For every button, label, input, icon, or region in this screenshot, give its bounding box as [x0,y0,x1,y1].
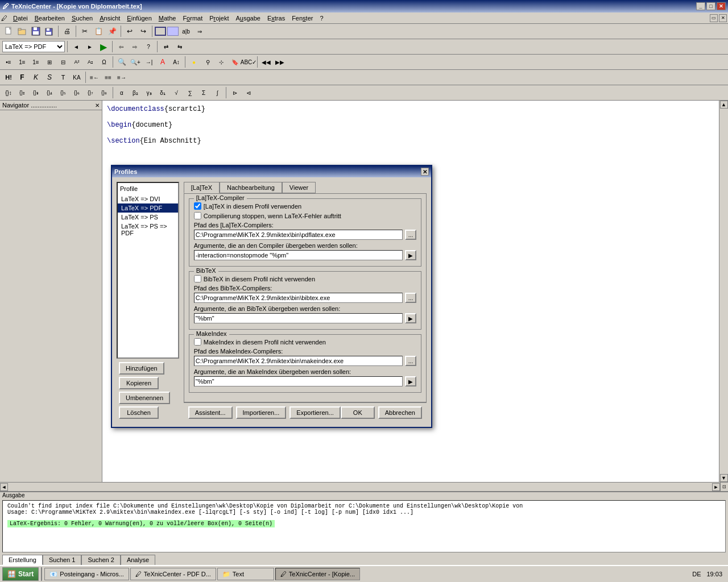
latex-args-arrow[interactable]: ▶ [405,250,416,260]
ref-button[interactable]: ⊹ [215,56,228,68]
maximize-button[interactable]: □ [706,2,715,10]
indent-button[interactable]: ⊳ [229,86,241,99]
latex-args-input[interactable] [194,250,403,260]
spellcheck-button[interactable]: ABC✓ [242,56,255,68]
close-mdi-button[interactable]: ✕ [719,14,727,22]
check-stop[interactable] [194,212,201,219]
editor-scrollbar-v[interactable]: ▲ ▼ [719,101,728,482]
list-bullet-button[interactable]: •≡ [2,56,15,68]
list-num2-button[interactable]: 1≡ [30,56,42,68]
tab-latex[interactable]: [La]TeX [184,182,220,193]
tab-analyse[interactable]: Analyse [121,555,155,565]
paste-button[interactable]: 📌 [106,25,118,38]
export-button[interactable]: Exportieren... [289,406,340,419]
delete-button[interactable]: Löschen [119,406,159,419]
env7-button[interactable]: {}₇ [84,86,97,99]
taskbar-item-texniccenter-kopie[interactable]: 🖊 TeXnicCenter - [Kopie... [275,568,360,580]
navigator-close-button[interactable]: ✕ [95,102,100,109]
greek-button[interactable]: α [115,86,128,99]
tab-erstellung[interactable]: Erstellung [2,555,43,565]
cancel-button[interactable]: Abbrechen [378,406,422,419]
taskbar-item-posteingang[interactable]: 📧 Posteingang - Micros... [44,568,129,580]
cut-button[interactable]: ✂ [78,25,91,38]
menu-help[interactable]: ? [316,14,326,23]
prev-error-button[interactable]: ◄ [70,40,82,53]
replace-button[interactable]: a|b [180,25,192,38]
menu-projekt[interactable]: Projekt [206,14,232,23]
env2-button[interactable]: {}₂ [16,86,28,99]
bibtex-path-input[interactable] [194,293,403,303]
horizontal-scrollbar[interactable]: ◄ ► ⊡ [0,482,728,491]
align-center-button[interactable]: ≡≡ [102,71,114,84]
heading-button[interactable]: H! [2,71,15,84]
profile-item-ps[interactable]: LaTeX => PS [118,213,178,222]
italic-button[interactable]: K [30,71,42,84]
save-all-button[interactable] [43,25,56,38]
redo-button[interactable]: ↪ [137,25,150,38]
slant-button[interactable]: S [43,71,56,84]
add-button[interactable]: Hinzufügen [119,362,164,375]
next-error-button[interactable]: ► [84,40,96,53]
greek8-button[interactable]: ∫ [211,86,224,99]
makeindex-path-browse[interactable]: ... [405,356,416,366]
step-back-button[interactable]: ⇦ [115,40,127,53]
compile-button[interactable]: ▶ [97,40,110,53]
scroll-down-button[interactable]: ▼ [720,474,728,482]
table-button[interactable]: ⊞ [43,56,56,68]
unindent-button[interactable]: ⊲ [242,86,255,99]
bold-button[interactable]: F [16,71,28,84]
menu-format[interactable]: Format [179,14,206,23]
grid-button[interactable]: ⊟ [57,56,69,68]
save-button[interactable] [30,25,42,38]
rename-button[interactable]: Umbenennen [119,392,170,404]
profiles-dialog[interactable]: Profiles ✕ Profile LaTeX => DVI LaTeX =>… [111,165,432,428]
copy-button[interactable]: Kopieren [119,377,159,389]
env-button[interactable]: {}↕ [2,86,15,99]
ok-button[interactable]: OK [341,406,375,419]
caps-button[interactable]: KA [71,71,83,84]
bibtex-args-arrow[interactable]: ▶ [405,313,416,323]
menu-suchen[interactable]: Suchen [68,14,96,23]
scroll-left-button[interactable]: ◄ [0,483,8,491]
close-button[interactable]: ✕ [717,2,726,10]
env3-button[interactable]: {}₃ [30,86,42,99]
start-button[interactable]: 🪟 Start [2,567,39,581]
greek2-button[interactable]: β₂ [129,86,142,99]
makeindex-args-arrow[interactable]: ▶ [405,376,416,386]
prev-nav-btn[interactable]: ◀◀ [260,56,272,68]
frame-button[interactable] [155,27,166,36]
profile-item-dvi[interactable]: LaTeX => DVI [118,194,178,203]
greek5-button[interactable]: √ [170,86,183,99]
dialog-close-button[interactable]: ✕ [421,168,429,176]
profile-item-ps-pdf[interactable]: LaTeX => PS => PDF [118,222,178,238]
menu-datei[interactable]: Datei [10,14,31,23]
sync-btn2[interactable]: ⇆ [173,40,186,53]
restore-button[interactable]: ▭ [710,14,718,22]
menu-mathe[interactable]: Mathe [155,14,180,23]
font-size-btn[interactable]: A↕ [170,56,183,68]
tab-suchen1[interactable]: Suchen 1 [43,555,81,565]
bibtex-args-input[interactable] [194,313,403,323]
super-button[interactable]: A² [71,56,83,68]
scroll-right-button[interactable]: ► [712,483,720,491]
menu-ansicht[interactable]: Ansicht [96,14,123,23]
check-use-latex[interactable] [194,202,201,210]
question-button[interactable]: ? [142,40,155,53]
greek6-button[interactable]: ∑ [184,86,196,99]
scroll-up-button[interactable]: ▲ [720,101,728,109]
makeindex-check[interactable] [194,338,201,346]
makeindex-args-input[interactable] [194,376,403,386]
greek3-button[interactable]: γ₃ [143,86,155,99]
bibtex-path-browse[interactable]: ... [405,293,416,303]
search-button[interactable]: 🔍 [115,56,128,68]
open-button[interactable] [16,25,28,38]
profile-select[interactable]: LaTeX => DVI LaTeX => PDF LaTeX => PS La… [2,41,65,52]
import-button[interactable]: Importieren... [236,406,287,419]
makeindex-path-input[interactable] [194,356,403,366]
env6-button[interactable]: {}₆ [71,86,83,99]
bookmark-button[interactable]: 🔖 [229,56,241,68]
tab-nachbearbeitung[interactable]: Nachbearbeitung [220,182,282,193]
profile-item-pdf[interactable]: LaTeX => PDF [118,203,178,213]
undo-button[interactable]: ↩ [123,25,136,38]
next-nav-btn[interactable]: ▶▶ [274,56,286,68]
